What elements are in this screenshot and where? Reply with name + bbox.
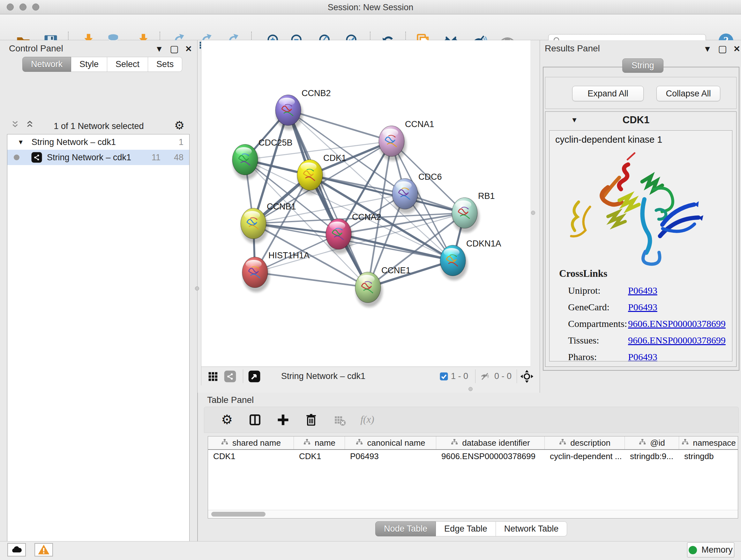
titlebar: Session: New Session (0, 0, 741, 14)
tab-network-table[interactable]: Network Table (496, 521, 567, 537)
right-splitter-grip[interactable] (531, 211, 535, 215)
column-header-label: description (570, 438, 610, 448)
table-header-row: shared namenamecanonical namedatabase id… (208, 436, 738, 450)
column-header-id[interactable]: @id (625, 436, 679, 449)
network-canvas[interactable]: CCNB2 CCNA1 CDC25B CDK1 CDC6 RB1 CCNB1 (201, 40, 530, 367)
string-network-icon (31, 152, 43, 163)
birds-eye-view-icon[interactable] (248, 367, 261, 386)
column-header-label: shared name (232, 438, 281, 448)
memory-label: Memory (701, 545, 733, 555)
column-header-database-identifier[interactable]: database identifier (436, 436, 545, 449)
table-horizontal-scrollbar[interactable] (208, 510, 738, 518)
crosslink-label: GeneCard: (568, 302, 628, 313)
tab-style[interactable]: Style (71, 57, 107, 72)
network-node-ccna1[interactable]: CCNA1 (379, 119, 434, 161)
tab-node-table[interactable]: Node Table (375, 521, 436, 537)
node-label: CDKN1A (466, 239, 501, 248)
hidden-count: 0 - 0 (494, 371, 512, 381)
string-results-container: Expand All Collapse All ▼ CDK1 cyclin-de… (543, 67, 739, 371)
column-header-namespace[interactable]: namespace (679, 436, 738, 449)
shared-column-icon (681, 438, 689, 448)
column-header-name[interactable]: name (294, 436, 345, 449)
crosslink-label: Uniprot: (568, 285, 628, 296)
control-panel: Control Panel ▼ ▢ ✕ NetworkStyleSelectSe… (0, 40, 198, 541)
tree-count: 11 (151, 152, 160, 163)
selected-checkbox-icon[interactable] (439, 367, 449, 386)
network-node-hist1h1a[interactable]: HIST1H1A (242, 251, 310, 292)
node-label: CCNA2 (352, 212, 381, 222)
crosslink-link[interactable]: P06493 (628, 302, 657, 313)
column-header-label: canonical name (367, 438, 425, 448)
network-node-cdc6[interactable]: CDC6 (392, 172, 442, 213)
network-edge[interactable] (288, 110, 392, 141)
network-edge[interactable] (255, 272, 368, 287)
expand-all-button[interactable]: Expand All (572, 86, 644, 101)
network-tree-row[interactable]: ▼ String Network – cdk11 (7, 134, 189, 150)
warning-status-icon[interactable] (35, 543, 53, 557)
horizontal-splitter-grip[interactable] (468, 387, 473, 391)
table-row[interactable]: CDK1CDK1P064939606.ENSP00000378699cyclin… (208, 450, 738, 462)
column-header-shared-name[interactable]: shared name (208, 436, 294, 449)
column-header-canonical-name[interactable]: canonical name (345, 436, 436, 449)
column-header-description[interactable]: description (545, 436, 625, 449)
pan-crosshair-icon[interactable] (520, 367, 534, 386)
string-share-icon[interactable] (224, 367, 237, 386)
panel-collapse-icon[interactable]: ▼ (155, 45, 163, 53)
add-column-icon[interactable] (276, 413, 290, 427)
gear-icon[interactable]: ⚙ (219, 413, 234, 427)
network-node-ccna2[interactable]: CCNA2 (326, 212, 381, 254)
network-graph[interactable]: CCNB2 CCNA1 CDC25B CDK1 CDC6 RB1 CCNB1 (201, 40, 531, 367)
network-edge[interactable] (339, 234, 453, 260)
tab-string[interactable]: String (622, 58, 664, 73)
table-cell: 9606.ENSP00000378699 (436, 450, 545, 462)
crosslink-row: GeneCard: P06493 (549, 302, 732, 313)
shared-column-icon (355, 438, 363, 448)
results-close-icon[interactable]: ✕ (733, 45, 740, 53)
table-panel: Table Panel ⚙f(x) shared namenamecanonic… (198, 393, 741, 541)
network-node-cdkn1a[interactable]: CDKN1A (440, 239, 501, 280)
columns-icon[interactable] (248, 413, 262, 427)
tab-sets[interactable]: Sets (148, 57, 182, 72)
panel-close-icon[interactable]: ✕ (185, 45, 192, 53)
collapse-all-button[interactable]: Collapse All (657, 86, 720, 101)
shared-column-icon (559, 438, 566, 448)
status-bar: Memory (0, 541, 741, 560)
section-collapse-triangle-icon[interactable]: ▼ (571, 116, 578, 124)
tab-network[interactable]: Network (22, 57, 71, 72)
crosslink-link[interactable]: 9606.ENSP00000378699 (628, 335, 726, 346)
protein-section: ▼ CDK1 cyclin-dependent kinase 1 CrossLi… (545, 111, 737, 367)
panel-float-icon[interactable]: ▢ (170, 44, 179, 54)
network-options-gear-icon[interactable]: ⚙ (174, 119, 185, 132)
network-node-ccne1[interactable]: CCNE1 (355, 266, 411, 307)
protein-details: cyclin-dependent kinase 1 CrossLinks Uni… (549, 130, 732, 361)
memory-button[interactable]: Memory (687, 543, 734, 557)
delete-column-icon[interactable] (304, 413, 319, 427)
results-float-icon[interactable]: ▢ (718, 44, 727, 54)
crosslink-link[interactable]: P06493 (628, 352, 657, 361)
scrollbar-thumb[interactable] (211, 512, 266, 516)
expand-collapse-row: Expand All Collapse All (545, 77, 737, 109)
svg-text:f(x): f(x) (360, 414, 374, 425)
network-node-rb1[interactable]: RB1 (452, 191, 495, 233)
table-cell: P06493 (345, 450, 436, 462)
network-edge[interactable] (288, 110, 368, 287)
tab-select[interactable]: Select (107, 57, 148, 72)
crosslink-link[interactable]: P06493 (628, 285, 657, 296)
protein-section-header[interactable]: ▼ CDK1 (545, 112, 736, 128)
node-label: CDC25B (259, 138, 293, 147)
cloud-status-icon[interactable] (7, 543, 26, 557)
left-splitter-grip[interactable] (195, 287, 199, 291)
table-cell: cyclin-dependent ... (545, 450, 625, 462)
window-title: Session: New Session (0, 3, 741, 12)
table-tabs: Node TableEdge TableNetwork Table (375, 521, 567, 537)
tree-expand-triangle-icon[interactable]: ▼ (17, 138, 24, 146)
tab-edge-table[interactable]: Edge Table (436, 521, 496, 537)
network-tree-row[interactable]: String Network – cdk11148 (7, 150, 189, 165)
column-header-label: name (315, 438, 335, 448)
crosslink-link[interactable]: 9606.ENSP00000378699 (628, 318, 726, 329)
protein-description: cyclin-dependent kinase 1 (555, 134, 662, 145)
results-collapse-icon[interactable]: ▼ (703, 45, 712, 53)
control-panel-title: Control Panel (9, 44, 63, 54)
grid-view-icon[interactable] (206, 367, 219, 386)
node-label: CDK1 (323, 153, 346, 163)
